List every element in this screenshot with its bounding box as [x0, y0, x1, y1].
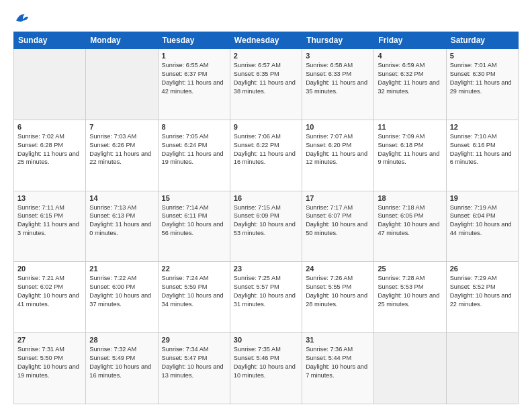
- day-number: 2: [234, 52, 298, 60]
- cell-content: Sunrise: 7:21 AMSunset: 6:02 PMDaylight:…: [17, 274, 82, 309]
- calendar-cell: 14Sunrise: 7:13 AMSunset: 6:13 PMDayligh…: [86, 191, 158, 262]
- page: SundayMondayTuesdayWednesdayThursdayFrid…: [0, 0, 532, 411]
- cell-content: Sunrise: 7:07 AMSunset: 6:20 PMDaylight:…: [306, 132, 370, 167]
- weekday-header-thursday: Thursday: [302, 32, 374, 49]
- cell-content: Sunrise: 7:19 AMSunset: 6:04 PMDaylight:…: [450, 203, 515, 238]
- week-row-5: 27Sunrise: 7:31 AMSunset: 5:50 PMDayligh…: [14, 333, 519, 404]
- calendar-cell: 27Sunrise: 7:31 AMSunset: 5:50 PMDayligh…: [14, 333, 86, 404]
- cell-content: Sunrise: 7:13 AMSunset: 6:13 PMDaylight:…: [89, 203, 154, 238]
- calendar-cell: 2Sunrise: 6:57 AMSunset: 6:35 PMDaylight…: [230, 49, 302, 120]
- day-number: 29: [162, 336, 226, 344]
- weekday-header-monday: Monday: [86, 32, 158, 49]
- day-number: 31: [306, 336, 370, 344]
- calendar-cell: 10Sunrise: 7:07 AMSunset: 6:20 PMDayligh…: [302, 120, 374, 191]
- cell-content: Sunrise: 7:01 AMSunset: 6:30 PMDaylight:…: [450, 61, 515, 96]
- cell-content: Sunrise: 6:58 AMSunset: 6:33 PMDaylight:…: [306, 61, 370, 96]
- weekday-header-row: SundayMondayTuesdayWednesdayThursdayFrid…: [14, 32, 519, 49]
- day-number: 20: [17, 265, 82, 273]
- calendar-cell: 23Sunrise: 7:25 AMSunset: 5:57 PMDayligh…: [230, 262, 302, 333]
- cell-content: Sunrise: 7:35 AMSunset: 5:46 PMDaylight:…: [234, 345, 298, 380]
- cell-content: Sunrise: 7:17 AMSunset: 6:07 PMDaylight:…: [306, 203, 370, 238]
- day-number: 1: [162, 52, 226, 60]
- calendar-cell: 31Sunrise: 7:36 AMSunset: 5:44 PMDayligh…: [302, 333, 374, 404]
- week-row-1: 1Sunrise: 6:55 AMSunset: 6:37 PMDaylight…: [14, 49, 519, 120]
- cell-content: Sunrise: 7:25 AMSunset: 5:57 PMDaylight:…: [234, 274, 298, 309]
- day-number: 4: [378, 52, 442, 60]
- cell-content: Sunrise: 7:03 AMSunset: 6:26 PMDaylight:…: [89, 132, 154, 167]
- cell-content: Sunrise: 6:57 AMSunset: 6:35 PMDaylight:…: [234, 61, 298, 96]
- day-number: 10: [306, 123, 370, 131]
- weekday-header-friday: Friday: [374, 32, 446, 49]
- day-number: 3: [306, 52, 370, 60]
- weekday-header-sunday: Sunday: [14, 32, 86, 49]
- calendar-cell: 13Sunrise: 7:11 AMSunset: 6:15 PMDayligh…: [14, 191, 86, 262]
- calendar-cell: 9Sunrise: 7:06 AMSunset: 6:22 PMDaylight…: [230, 120, 302, 191]
- cell-content: Sunrise: 7:18 AMSunset: 6:05 PMDaylight:…: [378, 203, 442, 238]
- day-number: 12: [450, 123, 515, 131]
- week-row-2: 6Sunrise: 7:02 AMSunset: 6:28 PMDaylight…: [14, 120, 519, 191]
- day-number: 13: [17, 194, 82, 202]
- day-number: 27: [17, 336, 82, 344]
- week-row-4: 20Sunrise: 7:21 AMSunset: 6:02 PMDayligh…: [14, 262, 519, 333]
- cell-content: Sunrise: 7:29 AMSunset: 5:52 PMDaylight:…: [450, 274, 515, 309]
- day-number: 18: [378, 194, 442, 202]
- calendar-cell: 1Sunrise: 6:55 AMSunset: 6:37 PMDaylight…: [158, 49, 230, 120]
- cell-content: Sunrise: 6:55 AMSunset: 6:37 PMDaylight:…: [162, 61, 226, 96]
- day-number: 9: [234, 123, 298, 131]
- weekday-header-tuesday: Tuesday: [158, 32, 230, 49]
- calendar-cell: 17Sunrise: 7:17 AMSunset: 6:07 PMDayligh…: [302, 191, 374, 262]
- day-number: 24: [306, 265, 370, 273]
- cell-content: Sunrise: 7:05 AMSunset: 6:24 PMDaylight:…: [162, 132, 226, 167]
- calendar-cell: 11Sunrise: 7:09 AMSunset: 6:18 PMDayligh…: [374, 120, 446, 191]
- cell-content: Sunrise: 7:36 AMSunset: 5:44 PMDaylight:…: [306, 345, 370, 380]
- calendar: SundayMondayTuesdayWednesdayThursdayFrid…: [13, 32, 519, 404]
- calendar-cell: 24Sunrise: 7:26 AMSunset: 5:55 PMDayligh…: [302, 262, 374, 333]
- day-number: 28: [89, 336, 154, 344]
- day-number: 25: [378, 265, 442, 273]
- calendar-cell: 18Sunrise: 7:18 AMSunset: 6:05 PMDayligh…: [374, 191, 446, 262]
- logo-text: [13, 11, 30, 25]
- calendar-cell: 16Sunrise: 7:15 AMSunset: 6:09 PMDayligh…: [230, 191, 302, 262]
- day-number: 8: [162, 123, 226, 131]
- weekday-header-saturday: Saturday: [446, 32, 518, 49]
- calendar-cell: 15Sunrise: 7:14 AMSunset: 6:11 PMDayligh…: [158, 191, 230, 262]
- day-number: 22: [162, 265, 226, 273]
- calendar-cell: 7Sunrise: 7:03 AMSunset: 6:26 PMDaylight…: [86, 120, 158, 191]
- cell-content: Sunrise: 7:09 AMSunset: 6:18 PMDaylight:…: [378, 132, 442, 167]
- calendar-cell: 21Sunrise: 7:22 AMSunset: 6:00 PMDayligh…: [86, 262, 158, 333]
- calendar-cell: [374, 333, 446, 404]
- day-number: 26: [450, 265, 515, 273]
- calendar-cell: 30Sunrise: 7:35 AMSunset: 5:46 PMDayligh…: [230, 333, 302, 404]
- calendar-cell: 12Sunrise: 7:10 AMSunset: 6:16 PMDayligh…: [446, 120, 518, 191]
- calendar-cell: 25Sunrise: 7:28 AMSunset: 5:53 PMDayligh…: [374, 262, 446, 333]
- day-number: 30: [234, 336, 298, 344]
- header: [13, 11, 519, 25]
- week-row-3: 13Sunrise: 7:11 AMSunset: 6:15 PMDayligh…: [14, 191, 519, 262]
- cell-content: Sunrise: 7:22 AMSunset: 6:00 PMDaylight:…: [89, 274, 154, 309]
- day-number: 16: [234, 194, 298, 202]
- day-number: 15: [162, 194, 226, 202]
- weekday-header-wednesday: Wednesday: [230, 32, 302, 49]
- day-number: 11: [378, 123, 442, 131]
- calendar-cell: 20Sunrise: 7:21 AMSunset: 6:02 PMDayligh…: [14, 262, 86, 333]
- day-number: 5: [450, 52, 515, 60]
- calendar-cell: 22Sunrise: 7:24 AMSunset: 5:59 PMDayligh…: [158, 262, 230, 333]
- cell-content: Sunrise: 7:14 AMSunset: 6:11 PMDaylight:…: [162, 203, 226, 238]
- day-number: 14: [89, 194, 154, 202]
- day-number: 19: [450, 194, 515, 202]
- day-number: 23: [234, 265, 298, 273]
- day-number: 17: [306, 194, 370, 202]
- cell-content: Sunrise: 7:32 AMSunset: 5:49 PMDaylight:…: [89, 345, 154, 380]
- calendar-cell: 6Sunrise: 7:02 AMSunset: 6:28 PMDaylight…: [14, 120, 86, 191]
- cell-content: Sunrise: 7:34 AMSunset: 5:47 PMDaylight:…: [162, 345, 226, 380]
- cell-content: Sunrise: 7:26 AMSunset: 5:55 PMDaylight:…: [306, 274, 370, 309]
- cell-content: Sunrise: 7:28 AMSunset: 5:53 PMDaylight:…: [378, 274, 442, 309]
- calendar-cell: 26Sunrise: 7:29 AMSunset: 5:52 PMDayligh…: [446, 262, 518, 333]
- cell-content: Sunrise: 7:02 AMSunset: 6:28 PMDaylight:…: [17, 132, 82, 167]
- calendar-cell: 3Sunrise: 6:58 AMSunset: 6:33 PMDaylight…: [302, 49, 374, 120]
- calendar-cell: 29Sunrise: 7:34 AMSunset: 5:47 PMDayligh…: [158, 333, 230, 404]
- cell-content: Sunrise: 7:15 AMSunset: 6:09 PMDaylight:…: [234, 203, 298, 238]
- calendar-cell: [446, 333, 518, 404]
- calendar-cell: 8Sunrise: 7:05 AMSunset: 6:24 PMDaylight…: [158, 120, 230, 191]
- calendar-cell: 19Sunrise: 7:19 AMSunset: 6:04 PMDayligh…: [446, 191, 518, 262]
